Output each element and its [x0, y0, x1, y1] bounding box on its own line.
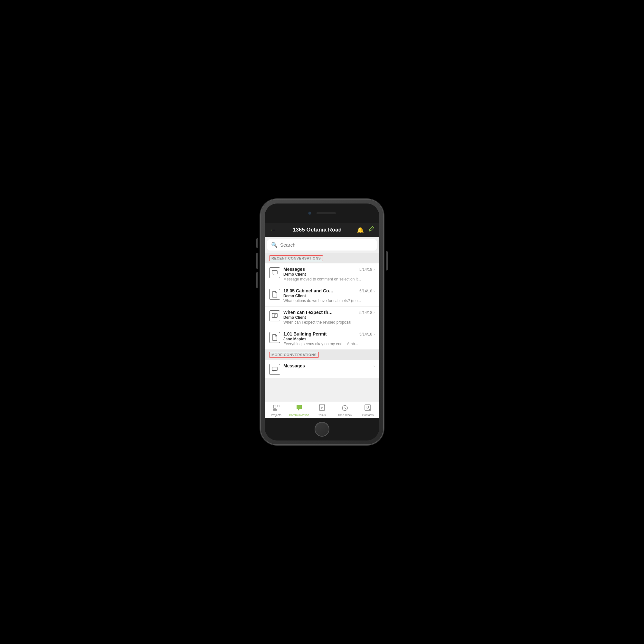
conversation-top-row: Messages 5/14/18 › — [283, 267, 375, 272]
conversation-sender: Jane Maples — [283, 337, 375, 341]
more-conversations-list: Messages › — [265, 360, 379, 378]
conversation-sender: Demo Client — [283, 272, 375, 277]
conversation-top-row: 1.01 Building Permit 5/14/18 › — [283, 331, 375, 336]
tab-contacts-label: Contacts — [362, 413, 374, 417]
conversation-icon-chat — [269, 267, 280, 278]
recent-conversations-section-header: RECENT CONVERSATIONS — [265, 253, 379, 263]
conversation-preview: Message moved to comment on selection it… — [283, 277, 375, 281]
conversation-date-row: 5/14/18 › — [359, 332, 375, 336]
phone-device: ← 1365 Octania Road 🔔 — [261, 200, 383, 444]
conversation-sender: Demo Client — [283, 294, 375, 298]
bottom-bezel — [265, 418, 379, 440]
more-conversations-section-header: MORE CONVERSATIONS — [265, 350, 379, 360]
conversation-content: When can I expect the revis... 5/14/18 ›… — [283, 310, 375, 325]
notifications-icon[interactable]: 🔔 — [357, 226, 364, 233]
conversation-sender: Demo Client — [283, 315, 375, 320]
conversation-content: Messages › — [283, 363, 375, 368]
back-button[interactable]: ← — [270, 226, 276, 233]
tab-timeclock-label: Time Clock — [338, 413, 352, 417]
camera — [308, 212, 311, 215]
conversation-icon-question: ? — [269, 310, 280, 321]
speaker — [317, 212, 336, 214]
list-item[interactable]: Messages › — [265, 360, 379, 378]
chevron-right-icon: › — [374, 332, 375, 336]
conversation-icon-chat2 — [269, 364, 280, 375]
conversation-date-row: › — [374, 364, 375, 368]
home-button[interactable] — [315, 422, 329, 437]
list-item[interactable]: 18.05 Cabinet and Countert... 5/14/18 › … — [265, 285, 379, 307]
conversation-date: 5/14/18 — [359, 332, 372, 336]
phone-screen: ← 1365 Octania Road 🔔 — [265, 204, 379, 440]
tab-projects[interactable]: Projects — [265, 404, 288, 417]
screen: ← 1365 Octania Road 🔔 — [265, 223, 379, 418]
conversation-preview: When can I expect the revised proposal — [283, 320, 375, 325]
conversation-top-row: 18.05 Cabinet and Countert... 5/14/18 › — [283, 288, 375, 293]
tab-communication[interactable]: Communication — [288, 404, 310, 417]
conversation-date-row: 5/14/18 › — [359, 289, 375, 293]
chevron-right-icon: › — [374, 310, 375, 315]
conversation-preview: Everything seems okay on my end -- Amb..… — [283, 342, 375, 346]
svg-line-16 — [345, 408, 346, 409]
conversation-date: 5/14/18 — [359, 289, 372, 293]
chevron-right-icon: › — [374, 267, 375, 272]
search-bar[interactable]: 🔍 — [267, 239, 377, 251]
tab-timeclock[interactable]: Time Clock — [334, 404, 356, 417]
more-conversations-label: MORE CONVERSATIONS — [269, 352, 319, 358]
tab-projects-label: Projects — [271, 413, 281, 417]
recent-conversations-label: RECENT CONVERSATIONS — [269, 255, 323, 261]
conversation-content: 18.05 Cabinet and Countert... 5/14/18 › … — [283, 288, 375, 303]
conversation-title: 18.05 Cabinet and Countert... — [283, 288, 335, 293]
chevron-right-icon: › — [374, 364, 375, 368]
tab-communication-label: Communication — [289, 413, 309, 417]
list-item[interactable]: ? When can I expect the revis... 5/14/18… — [265, 307, 379, 328]
list-item[interactable]: Messages 5/14/18 › Demo Client Message m… — [265, 263, 379, 285]
list-item[interactable]: 1.01 Building Permit 5/14/18 › Jane Mapl… — [265, 328, 379, 350]
volume-up-button — [256, 253, 258, 269]
search-icon: 🔍 — [271, 242, 278, 248]
tab-tasks-label: Tasks — [318, 413, 326, 417]
conversation-title: Messages — [283, 363, 305, 368]
contacts-icon — [364, 404, 371, 413]
conversation-title: 1.01 Building Permit — [283, 331, 327, 336]
page-title: 1365 Octania Road — [280, 227, 354, 233]
conversation-title: When can I expect the revis... — [283, 310, 335, 315]
conversation-content: 1.01 Building Permit 5/14/18 › Jane Mapl… — [283, 331, 375, 346]
mute-button — [256, 238, 258, 248]
conversation-content: Messages 5/14/18 › Demo Client Message m… — [283, 267, 375, 281]
projects-icon — [273, 404, 280, 413]
header-actions: 🔔 — [357, 226, 374, 233]
svg-rect-3 — [272, 367, 277, 371]
tab-bar: Projects Communication — [265, 402, 379, 418]
conversation-date: 5/14/18 — [359, 267, 372, 272]
svg-text:?: ? — [274, 314, 276, 317]
conversation-date: 5/14/18 — [359, 310, 372, 315]
svg-rect-4 — [273, 405, 276, 408]
chevron-right-icon: › — [374, 289, 375, 293]
top-bezel — [265, 204, 379, 223]
search-input[interactable] — [280, 242, 373, 248]
conversation-icon-doc2 — [269, 332, 280, 343]
svg-rect-6 — [275, 409, 277, 411]
timeclock-icon — [341, 404, 348, 413]
recent-conversations-list: Messages 5/14/18 › Demo Client Message m… — [265, 263, 379, 350]
svg-rect-7 — [277, 405, 279, 407]
communication-icon — [296, 404, 303, 413]
conversation-date-row: 5/14/18 › — [359, 267, 375, 272]
tab-tasks[interactable]: Tasks — [310, 404, 333, 417]
volume-down-button — [256, 272, 258, 288]
conversation-title: Messages — [283, 267, 305, 272]
header: ← 1365 Octania Road 🔔 — [265, 223, 379, 237]
tasks-icon — [318, 404, 326, 413]
svg-point-18 — [367, 406, 369, 408]
conversation-top-row: When can I expect the revis... 5/14/18 › — [283, 310, 375, 315]
svg-rect-5 — [273, 409, 275, 411]
conversation-icon-doc — [269, 289, 280, 300]
tab-contacts[interactable]: Contacts — [356, 404, 379, 417]
svg-rect-8 — [319, 405, 325, 411]
compose-icon[interactable] — [368, 226, 374, 233]
content-area: 🔍 RECENT CONVERSATIONS — [265, 237, 379, 402]
svg-rect-0 — [272, 270, 277, 274]
conversation-date-row: 5/14/18 › — [359, 310, 375, 315]
conversation-top-row: Messages › — [283, 363, 375, 368]
conversation-preview: What options do we have for cabinets? (m… — [283, 298, 375, 303]
